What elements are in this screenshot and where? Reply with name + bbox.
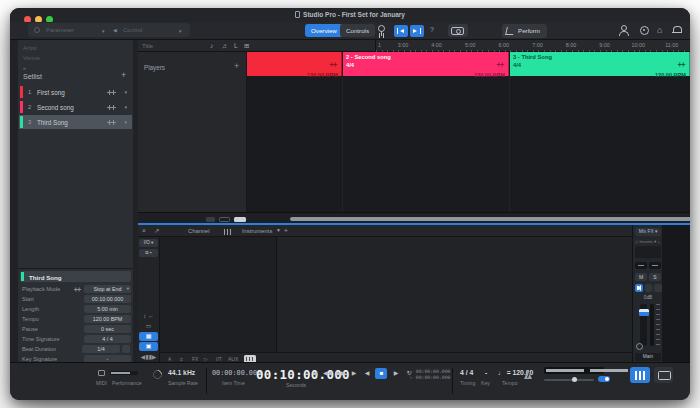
horizontal-scrollbar[interactable] <box>290 217 690 221</box>
artist-field[interactable]: Artist <box>23 45 37 51</box>
property-value[interactable]: Stop at End <box>84 285 131 294</box>
key-value[interactable]: - <box>485 369 487 376</box>
main-volume-slider[interactable] <box>544 379 594 381</box>
song-block[interactable]: 2 - Second song4/4 120.00 BPM <box>343 52 509 76</box>
time-format-label[interactable]: Seconds <box>286 382 306 388</box>
loop-range-display[interactable]: ▸ 00:00:00.000 ▸ 00:00:00.000 <box>410 369 450 381</box>
item-time-value[interactable]: 00:00:00.000 <box>212 369 261 377</box>
property-value[interactable]: 1/4 <box>82 345 120 354</box>
song-menu-caret-icon[interactable]: ▾ <box>124 119 127 125</box>
sort-notes-icon[interactable]: ♪ <box>210 42 213 49</box>
setlist-song-row[interactable]: 1 First song ▾ <box>19 85 132 99</box>
lyrics-icon[interactable]: L <box>234 42 238 49</box>
pan-knob[interactable] <box>636 343 643 350</box>
add-instrument-button[interactable]: + <box>284 227 288 234</box>
zoom-out-button[interactable] <box>206 217 215 222</box>
stop-button[interactable]: ■ <box>375 368 387 379</box>
add-song-button[interactable]: + <box>121 70 126 80</box>
mute-button[interactable]: M <box>635 273 647 281</box>
song-fader-icon[interactable] <box>107 104 116 111</box>
setlist-song-row[interactable]: 2 Second song ▾ <box>19 100 132 114</box>
solo-button[interactable]: S <box>649 273 661 281</box>
help-button[interactable]: ? <box>430 26 434 33</box>
metronome-icon[interactable] <box>524 370 532 379</box>
grid-view-icon[interactable]: ⊞ <box>244 42 249 50</box>
home-icon[interactable]: ⌂ <box>657 25 662 35</box>
overview-tab[interactable]: Overview <box>305 24 343 37</box>
song-fader-icon[interactable] <box>107 89 116 96</box>
open-mixer-button[interactable] <box>630 367 650 383</box>
mixer-bars-icon[interactable] <box>224 229 232 235</box>
inserts-list[interactable] <box>635 246 661 258</box>
rewind-button[interactable]: ◀◀ <box>323 368 332 379</box>
mixfx-selector[interactable]: Mix FX ▾ <box>635 228 661 236</box>
notifications-icon[interactable] <box>673 26 681 36</box>
inserts-row[interactable]: ◇ Inserts ▾ + <box>635 238 661 245</box>
next-marker-button[interactable]: ▶ <box>349 368 358 379</box>
property-value[interactable]: 0 sec <box>84 325 131 334</box>
song-menu-caret-icon[interactable]: ▾ <box>124 104 127 110</box>
play-button[interactable]: ▶ <box>391 368 400 379</box>
channel-section-label[interactable]: Channel <box>188 228 210 234</box>
control-caret-icon[interactable]: ▾ <box>179 28 182 34</box>
song-menu-caret-icon[interactable]: ▾ <box>124 89 127 95</box>
instruments-caret-icon[interactable]: ▼ <box>276 227 281 233</box>
pan-display-left[interactable] <box>635 262 647 269</box>
loop-start-time[interactable]: 00:00:00.000 <box>416 369 451 374</box>
sample-rate-value[interactable]: 44.1 kHz <box>168 369 195 376</box>
song-block[interactable]: 120.00 BPM <box>247 52 342 76</box>
pan-display-right[interactable] <box>649 262 661 269</box>
monitor-button[interactable] <box>635 284 643 292</box>
volume-slider-handle[interactable] <box>572 377 577 382</box>
instruments-section-label[interactable]: Instruments <box>242 228 272 234</box>
height-width-icons[interactable]: ↕ ↔ <box>139 312 158 321</box>
channel-list-area[interactable] <box>160 237 277 352</box>
fader-cap[interactable] <box>639 309 649 316</box>
property-value[interactable]: 5:00 min <box>84 305 131 314</box>
controls-tab[interactable]: Controls <box>340 24 375 37</box>
follow-playhead-button[interactable] <box>410 25 424 37</box>
block-fader-icon[interactable] <box>497 62 505 68</box>
detach-console-icon[interactable]: ↗ <box>154 227 159 235</box>
arrange-canvas[interactable]: 120.00 BPM 2 - Second song4/4 120.00 BPM… <box>247 52 690 212</box>
block-fader-icon[interactable] <box>678 62 686 68</box>
add-player-button[interactable]: + <box>234 61 239 71</box>
parameter-dropdown[interactable]: Parameter <box>46 27 74 33</box>
activity-icon[interactable] <box>640 26 649 35</box>
time-ruler[interactable]: 1 3:004:005:006:007:008:009:0010:0011:00… <box>375 40 690 52</box>
setlist-song-row[interactable]: 3 Third Song ▾ <box>19 115 132 129</box>
pads-icon[interactable]: ▣ <box>139 342 158 351</box>
keyboard-icon[interactable]: ▦ <box>139 332 158 341</box>
song-block[interactable]: 3 - Third Song4/4 120.00 BPM <box>510 52 690 76</box>
monitor-toggle[interactable] <box>598 376 610 382</box>
tuner-icon[interactable] <box>376 25 386 37</box>
user-profile-icon[interactable] <box>618 25 628 36</box>
perform-button[interactable]: Perform <box>502 24 547 38</box>
zoom-in-button[interactable] <box>234 217 246 222</box>
snap-start-button[interactable] <box>394 25 408 37</box>
property-value[interactable]: 00:10:00.000 <box>84 295 131 304</box>
performance-label[interactable]: Performance <box>112 380 142 386</box>
sort-notes-alt-icon[interactable]: ♬ <box>222 42 229 49</box>
video-button[interactable] <box>448 24 468 37</box>
zoom-fit-button[interactable] <box>219 217 230 222</box>
parameter-caret-icon[interactable]: ▾ <box>102 28 105 34</box>
fast-forward-button[interactable]: ▶▶ <box>336 368 345 379</box>
return-to-start-button[interactable]: ◀ <box>362 368 371 379</box>
property-value[interactable]: 4 / 4 <box>84 335 131 344</box>
song-fader-icon[interactable] <box>107 119 116 126</box>
property-value[interactable]: 120.00 BPM <box>84 315 131 324</box>
control-dropdown[interactable]: Control <box>123 27 142 33</box>
input-gain-button[interactable] <box>645 284 652 292</box>
prev-marker-button[interactable]: ◀ <box>310 368 319 379</box>
timing-value[interactable]: 4 / 4 <box>460 369 473 376</box>
loop-end-time[interactable]: 00:00:00.000 <box>416 375 451 380</box>
record-arm-button[interactable] <box>654 284 662 292</box>
open-browser-button[interactable] <box>654 367 673 383</box>
block-fader-icon[interactable] <box>330 62 338 68</box>
bank-prev-next-icons[interactable]: ◀▮▮▶ <box>139 353 158 362</box>
venue-field[interactable]: Venue <box>23 55 40 61</box>
monitor-strip-icon[interactable]: ▭ <box>139 322 158 331</box>
expand-chevron-icon[interactable]: » <box>23 65 26 71</box>
io-button[interactable]: I/O ▾ <box>139 239 158 247</box>
